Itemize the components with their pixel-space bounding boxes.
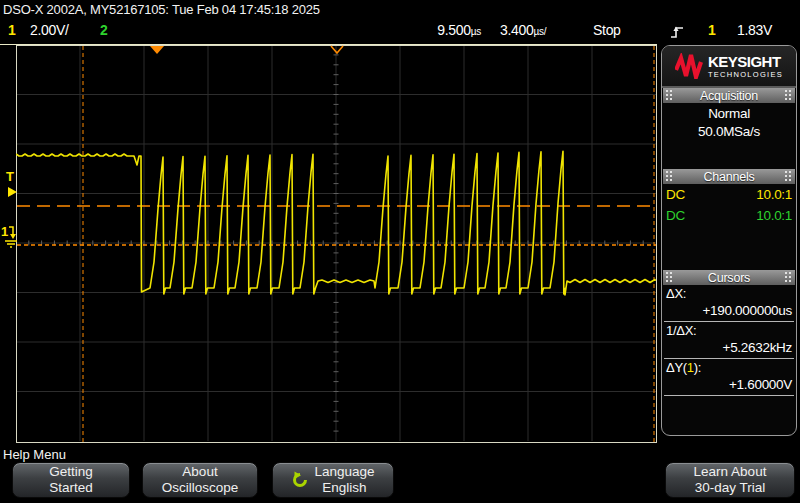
delta-y-prefix: ΔY( <box>666 360 687 375</box>
brand-subtitle: TECHNOLOGIES <box>708 71 783 79</box>
acquisition-mode: Normal <box>662 105 796 123</box>
channel1-probe-ratio: 10.0:1 <box>756 184 792 205</box>
acquisition-header[interactable]: Acquisition <box>663 88 795 103</box>
cursor-delta-y: ΔY(1): +1.60000V <box>664 359 794 396</box>
channel1-coupling: DC <box>666 184 685 205</box>
sample-rate: 50.0MSa/s <box>662 123 796 141</box>
delta-y-label: ΔY(1): <box>666 360 792 376</box>
channel2-key[interactable]: 2 <box>100 22 108 38</box>
cursors-title: Cursors <box>673 271 785 285</box>
getting-started-button[interactable]: GettingStarted <box>12 462 130 498</box>
drag-grip-icon <box>785 272 792 283</box>
button-line2: English <box>322 480 366 495</box>
delta-y-channel: 1 <box>687 360 694 375</box>
keysight-logo-text: KEYSIGHT TECHNOLOGIES <box>708 54 783 79</box>
channels-header[interactable]: Channels <box>663 169 795 184</box>
language-refresh-icon <box>291 471 309 489</box>
acquisition-info: Normal 50.0MSa/s <box>662 103 796 141</box>
channel2-coupling: DC <box>666 205 685 226</box>
about-oscilloscope-label: AboutOscilloscope <box>162 464 239 496</box>
button-line1: Language <box>314 464 374 479</box>
ground-symbol-icon <box>1 224 17 248</box>
trigger-edge-icon <box>670 24 684 39</box>
drag-grip-icon <box>666 272 673 283</box>
cursors-header[interactable]: Cursors <box>663 270 795 285</box>
delta-x-label: ΔX: <box>666 286 792 302</box>
channel2-info-row: DC 10.0:1 <box>662 205 796 226</box>
trigger-level-label: T <box>6 169 14 184</box>
trigger-source[interactable]: 1 <box>708 22 716 38</box>
learn-about-trial-button[interactable]: Learn About30-day Trial <box>665 462 795 498</box>
getting-started-label: GettingStarted <box>49 464 93 496</box>
button-line2: 30-day Trial <box>695 480 766 495</box>
oscilloscope-screen: DSO-X 2002A, MY52167105: Tue Feb 04 17:4… <box>0 0 800 503</box>
run-state[interactable]: Stop <box>593 22 621 38</box>
keysight-spark-icon <box>675 53 703 79</box>
sidebar: KEYSIGHT TECHNOLOGIES Acquisition Normal… <box>661 45 797 436</box>
timebase-scale[interactable]: 3.400µs/ <box>500 22 546 38</box>
keysight-logo: KEYSIGHT TECHNOLOGIES <box>662 46 796 88</box>
help-menu-label: Help Menu <box>3 447 66 462</box>
button-line1: About <box>182 464 217 479</box>
channel1-info-row: DC 10.0:1 <box>662 184 796 205</box>
timebase-scale-value: 3.400 <box>500 22 534 38</box>
timebase-position[interactable]: 9.500µs <box>405 22 481 38</box>
acquisition-title: Acquisition <box>673 89 785 103</box>
about-oscilloscope-button[interactable]: AboutOscilloscope <box>142 462 258 498</box>
language-button[interactable]: LanguageEnglish <box>272 462 394 498</box>
trigger-level[interactable]: 1.83V <box>737 22 772 38</box>
trigger-level-arrow-icon[interactable] <box>8 187 17 197</box>
drag-grip-icon <box>785 90 792 101</box>
inverse-delta-x-label: 1/ΔX: <box>666 323 792 339</box>
delta-y-suffix: ): <box>694 360 701 375</box>
drag-grip-icon <box>666 171 673 182</box>
channel1-key[interactable]: 1 <box>8 22 16 38</box>
language-label: LanguageEnglish <box>314 464 374 496</box>
channel1-scale[interactable]: 2.00V/ <box>30 22 69 38</box>
channels-title: Channels <box>673 170 785 184</box>
delta-y-value: +1.60000V <box>666 376 792 393</box>
button-line2: Started <box>49 480 93 495</box>
button-line1: Learn About <box>694 464 767 479</box>
timebase-position-unit: µs <box>471 26 481 37</box>
drag-grip-icon <box>666 90 673 101</box>
button-line2: Oscilloscope <box>162 480 239 495</box>
cursor-inverse-delta-x: 1/ΔX: +5.2632kHz <box>664 322 794 359</box>
inverse-delta-x-value: +5.2632kHz <box>666 339 792 356</box>
titlebar: DSO-X 2002A, MY52167105: Tue Feb 04 17:4… <box>3 2 320 17</box>
waveform-display <box>16 45 657 443</box>
cursor-delta-x: ΔX: +190.000000us <box>664 285 794 322</box>
delta-x-value: +190.000000us <box>666 302 792 319</box>
timebase-scale-unit: µs/ <box>534 26 547 37</box>
channel1-ground-marker[interactable]: 1 <box>1 224 17 248</box>
scope-graticule <box>16 45 657 443</box>
trial-label: Learn About30-day Trial <box>694 464 767 496</box>
button-line1: Getting <box>49 464 93 479</box>
brand-name: KEYSIGHT <box>708 54 783 69</box>
channel2-probe-ratio: 10.0:1 <box>756 205 792 226</box>
timebase-position-value: 9.500 <box>437 22 471 38</box>
drag-grip-icon <box>785 171 792 182</box>
status-bar: 1 2.00V/ 2 9.500µs 3.400µs/ Stop 1 1.83V <box>0 20 800 44</box>
